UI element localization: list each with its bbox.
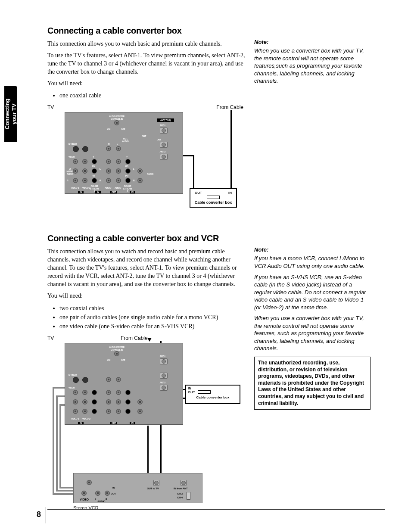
vcr-audio-r bbox=[105, 491, 110, 496]
lbl-in-1: IN bbox=[78, 191, 84, 193]
section-converter-vcr: Connecting a cable converter box and VCR… bbox=[47, 233, 383, 524]
jack-v2-ar bbox=[82, 178, 87, 183]
vcr-out: OUT bbox=[111, 492, 116, 495]
section1-main: Connecting a cable converter box This co… bbox=[47, 26, 246, 225]
svideo-2 bbox=[82, 146, 88, 152]
jack-cs2-ar bbox=[137, 178, 143, 183]
jack-cs1-pr bbox=[92, 178, 97, 183]
lbl-pr2: PR bbox=[125, 174, 128, 177]
d2-av-wire-v1 bbox=[53, 387, 54, 495]
diagram-converter-vcr: TV From Cable bbox=[47, 335, 243, 516]
d2-coax-ant2 bbox=[160, 385, 168, 391]
lbl-pb2: PB bbox=[125, 165, 128, 168]
d2-lbl-ant2: ANT-2 bbox=[160, 381, 165, 384]
d2-jack-out-video bbox=[106, 390, 111, 395]
vcr-body: IN OUT VIDEO L R AUDIO OUT to TV IN from… bbox=[73, 473, 202, 503]
diagram-converter-box: TV From Cable AUDIO CENTERCHANNEL IN ON … bbox=[47, 104, 243, 216]
d2-av-wire-v3 bbox=[59, 404, 61, 488]
d2-jack-v2-ar bbox=[82, 409, 87, 414]
lbl-r3: R bbox=[133, 179, 134, 182]
section2-needs-list: two coaxial cables one pair of audio cab… bbox=[59, 304, 246, 331]
d2-lbl-in-1: IN bbox=[78, 422, 84, 424]
converter-out: OUT bbox=[195, 191, 202, 195]
d2-svideo-2 bbox=[82, 377, 88, 383]
d2-jack-out-al2 bbox=[116, 399, 121, 404]
vcr-video-lbl: VIDEO bbox=[80, 498, 89, 501]
vcr-out-tv-lbl: OUT to TV bbox=[147, 487, 159, 490]
lbl-on: ON bbox=[107, 128, 110, 131]
d2-jack-v1-ar bbox=[73, 409, 78, 414]
section1-notes: Note: When you use a converter box with … bbox=[254, 26, 371, 225]
jack-cs1-pb bbox=[92, 168, 97, 174]
d2-jack-audio-center bbox=[114, 351, 119, 356]
d2-wire-outtv-v bbox=[147, 426, 149, 479]
lbl-audio-center: AUDIO CENTERCHANNEL IN bbox=[106, 115, 128, 120]
lbl-off: OFF bbox=[121, 128, 125, 131]
jack-audio-l-out bbox=[116, 146, 121, 151]
vcr-ch-switch bbox=[187, 492, 190, 500]
d2-lbl-svideo: S-VIDEO bbox=[68, 373, 77, 376]
lbl-pr1: PR bbox=[92, 174, 95, 177]
section1-need-item: one coaxial cable bbox=[59, 91, 246, 100]
section2-note-heading: Note: bbox=[254, 246, 371, 253]
jack-v1-ar bbox=[73, 178, 78, 183]
section2-note1: If you have a mono VCR, connect L/Mono t… bbox=[254, 255, 371, 270]
d2-jack-out-al bbox=[106, 399, 111, 404]
diag2-from-cable: From Cable bbox=[121, 335, 148, 341]
chapter-tab-text: Connectingyour TV bbox=[4, 99, 17, 130]
d2-av-wire-v2 bbox=[56, 395, 58, 491]
lbl-ant75: ANT( 75 Ω) bbox=[157, 118, 174, 122]
converter-label: Cable converter box bbox=[192, 200, 234, 205]
jack-cs1-y bbox=[92, 159, 97, 164]
section2-need-0: two coaxial cables bbox=[59, 304, 246, 313]
lbl-l3: L bbox=[133, 168, 134, 170]
svideo-1 bbox=[73, 146, 79, 152]
d2-lbl-out-bot: OUT bbox=[110, 422, 117, 424]
section1-p2: To use the TV's features, select ANT-1. … bbox=[47, 52, 246, 76]
lbl-audio-bot2: AUDIO bbox=[115, 187, 121, 189]
lbl-r: R bbox=[108, 143, 109, 145]
jack-out-al bbox=[106, 168, 111, 174]
d2-jack-v2-video bbox=[82, 390, 87, 395]
section1-needs-list: one coaxial cable bbox=[59, 91, 246, 100]
d2-conv-out: OUT bbox=[188, 390, 195, 394]
jack-v1-video bbox=[73, 159, 78, 164]
d2-jack-out-ar bbox=[106, 409, 111, 414]
section1-p3: You will need: bbox=[47, 80, 246, 88]
converter-in: IN bbox=[228, 191, 232, 195]
jack-v2-video bbox=[82, 159, 87, 164]
lbl-video: VIDEO bbox=[68, 156, 75, 158]
vcr-video-jack bbox=[81, 491, 87, 496]
lbl-y1: Y bbox=[93, 156, 94, 158]
vcr-audio-lbl: AUDIO bbox=[97, 500, 105, 503]
d2-jack-cs1-pb bbox=[92, 399, 97, 404]
d2-lbl-ant1: ANT-1 bbox=[160, 355, 165, 358]
d2-lbl-on: ON bbox=[107, 359, 110, 361]
jack-audio-r-out bbox=[106, 146, 111, 151]
d2-jack-v1-al bbox=[73, 399, 78, 404]
section2-note3: When you use a converter box with your T… bbox=[254, 314, 371, 352]
footer-rule bbox=[47, 509, 385, 510]
section1-note-heading: Note: bbox=[254, 39, 371, 45]
lbl-audio-row: AUDIO bbox=[67, 173, 73, 175]
d2-conv-label: Cable converter box bbox=[188, 395, 238, 399]
vcr-ch4: CH 4 bbox=[177, 496, 183, 499]
d2-lbl-in-3: IN bbox=[130, 422, 135, 424]
vcr-audio-l bbox=[95, 491, 100, 496]
section2-need-1: one pair of audio cables (one single aud… bbox=[59, 313, 246, 322]
lbl-out-ant: OUT bbox=[157, 138, 161, 141]
jack-cs2-y bbox=[125, 159, 131, 164]
jack-out-ar2 bbox=[116, 178, 121, 183]
d2-jack-out-video2 bbox=[116, 390, 121, 395]
arrow-down-icon bbox=[147, 338, 152, 342]
converter-box: OUT IN Cable converter box bbox=[190, 188, 237, 208]
section1-note1: When you use a converter box with your T… bbox=[254, 47, 371, 85]
section2-p1: This connection allows you to watch and … bbox=[47, 248, 246, 288]
d2-jack-v1-video bbox=[73, 390, 78, 395]
d2-jack-audio-l-out bbox=[116, 377, 121, 382]
d2-svideo-1 bbox=[73, 377, 79, 383]
lbl-l: L bbox=[117, 143, 118, 145]
page-content: Connecting a cable converter box This co… bbox=[47, 26, 383, 525]
lbl-out: OUT bbox=[142, 135, 146, 137]
lbl-out-bot: OUT bbox=[110, 191, 117, 193]
